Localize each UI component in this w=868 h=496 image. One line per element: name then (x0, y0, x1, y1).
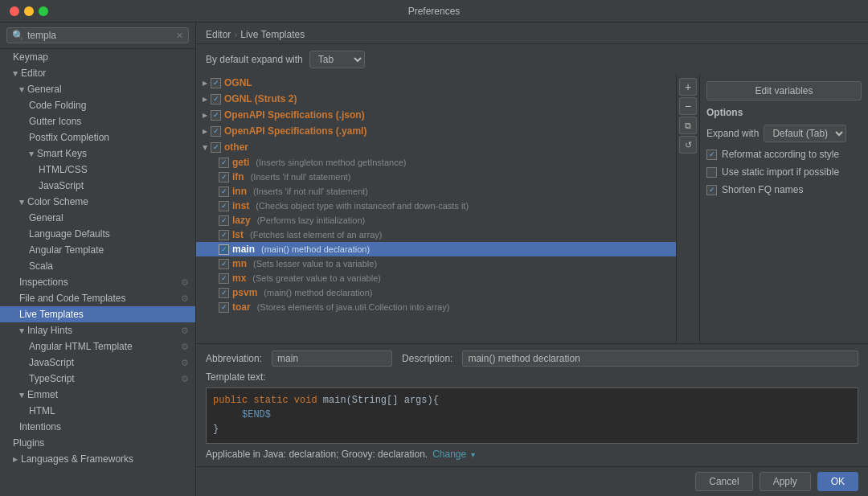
group-ognl[interactable]: ▶ ✓ OGNL (196, 75, 676, 91)
split-area: ▶ ✓ OGNL ▶ ✓ OGNL (Struts 2) (196, 75, 868, 466)
close-button[interactable] (10, 6, 19, 16)
titlebar: Preferences (0, 0, 868, 23)
sidebar-item-file-templates[interactable]: File and Code Templates ⚙ (0, 290, 195, 306)
mn-checkbox[interactable]: ✓ (219, 259, 229, 269)
mn-desc: (Sets lesser value to a variable) (253, 259, 377, 268)
group-ognl-struts[interactable]: ▶ ✓ OGNL (Struts 2) (196, 91, 676, 107)
sidebar-item-postfix-completion[interactable]: Postfix Completion (0, 129, 195, 146)
inn-checkbox[interactable]: ✓ (219, 187, 229, 197)
ifn-checkbox[interactable]: ✓ (219, 172, 229, 182)
sidebar-item-angular-template[interactable]: Angular Template (0, 242, 195, 258)
sidebar-item-language-defaults[interactable]: Language Defaults (0, 226, 195, 242)
main-checkbox[interactable]: ✓ (219, 244, 229, 255)
tpl-inn[interactable]: ✓ inn (Inserts 'if not null' statement) (196, 184, 676, 199)
restore-button[interactable]: ↺ (679, 136, 697, 154)
tpl-toar[interactable]: ✓ toar (Stores elements of java.util.Col… (196, 300, 676, 314)
sidebar-item-gutter-icons[interactable]: Gutter Icons (0, 113, 195, 129)
sidebar-item-emmet[interactable]: ▶ Emmet (0, 387, 195, 403)
clear-search-icon[interactable]: ✕ (176, 31, 183, 41)
sidebar-item-html-css[interactable]: HTML/CSS (0, 162, 195, 178)
sidebar-item-javascript-inlay[interactable]: JavaScript ⚙ (0, 355, 195, 371)
ognl-struts-checkbox[interactable]: ✓ (211, 94, 221, 105)
change-link[interactable]: Change (432, 449, 466, 460)
lazy-desc: (Performs lazy initialization) (257, 215, 365, 225)
reformat-checkbox[interactable]: ✓ (706, 150, 717, 160)
tpl-psvm[interactable]: ✓ psvm (main() method declaration) (196, 285, 676, 300)
other-checkbox[interactable]: ✓ (211, 142, 221, 153)
sidebar-item-scala[interactable]: Scala (0, 258, 195, 274)
group-other[interactable]: ▶ ✓ other (196, 139, 676, 155)
other-arrow-icon: ▶ (202, 145, 209, 150)
toar-abbr: toar (232, 301, 251, 313)
sidebar-item-general[interactable]: ▶ General (0, 81, 195, 97)
tpl-mx[interactable]: ✓ mx (Sets greater value to a variable) (196, 271, 676, 285)
sidebar-item-html[interactable]: HTML (0, 403, 195, 419)
maximize-button[interactable] (39, 6, 48, 16)
shorten-fq-checkbox[interactable]: ✓ (706, 185, 717, 195)
content-body: By default expand with Tab Enter Space (196, 44, 868, 466)
psvm-checkbox[interactable]: ✓ (219, 288, 229, 298)
apply-button[interactable]: Apply (760, 472, 811, 491)
general-arrow-icon: ▶ (18, 87, 26, 92)
sidebar-item-javascript-smart[interactable]: JavaScript (0, 178, 195, 194)
tpl-lazy[interactable]: ✓ lazy (Performs lazy initialization) (196, 213, 676, 228)
tpl-main[interactable]: ✓ main (main() method declaration) (196, 242, 676, 256)
editor-arrow-icon: ▶ (12, 71, 19, 76)
code-end-var: $END$ (242, 409, 271, 420)
toar-checkbox[interactable]: ✓ (219, 302, 229, 313)
emmet-label: Emmet (27, 389, 58, 400)
sidebar-item-general-color[interactable]: General (0, 210, 195, 226)
tpl-inst[interactable]: ✓ inst (Checks object type with instance… (196, 199, 676, 213)
shorten-fq-label: Shorten FQ names (722, 184, 803, 195)
sidebar-item-editor[interactable]: ▶ Editor (0, 65, 195, 81)
tpl-ifn[interactable]: ✓ ifn (Inserts 'if null' statement) (196, 170, 676, 184)
sidebar-item-typescript[interactable]: TypeScript ⚙ (0, 371, 195, 387)
sidebar-item-inlay-hints[interactable]: ▶ Inlay Hints ⚙ (0, 322, 195, 338)
add-button[interactable]: + (679, 78, 697, 96)
remove-button[interactable]: − (679, 97, 697, 115)
sidebar-item-color-scheme[interactable]: ▶ Color Scheme (0, 194, 195, 210)
tpl-lst[interactable]: ✓ lst (Fetches last element of an array) (196, 228, 676, 242)
main-desc: (main() method declaration) (261, 244, 370, 254)
sidebar-item-intentions[interactable]: Intentions (0, 419, 195, 435)
color-scheme-arrow-icon: ▶ (18, 199, 26, 204)
expand-with-option-select[interactable]: Default (Tab) Tab Enter Space (764, 125, 846, 142)
keymap-label: Keymap (13, 51, 48, 63)
ok-button[interactable]: OK (817, 472, 858, 491)
sidebar-item-live-templates[interactable]: Live Templates (0, 306, 195, 322)
inst-checkbox[interactable]: ✓ (219, 201, 229, 211)
tpl-mn[interactable]: ✓ mn (Sets lesser value to a variable) (196, 256, 676, 271)
cancel-button[interactable]: Cancel (695, 472, 752, 491)
sidebar-item-languages[interactable]: ▶ Languages & Frameworks (0, 451, 195, 467)
sidebar-item-inspections[interactable]: Inspections ⚙ (0, 274, 195, 290)
kw-public: public (213, 395, 248, 406)
group-openapi-yaml[interactable]: ▶ ✓ OpenAPI Specifications (.yaml) (196, 123, 676, 139)
search-wrap[interactable]: 🔍 ✕ (6, 27, 189, 43)
sidebar-item-plugins[interactable]: Plugins (0, 435, 195, 451)
minimize-button[interactable] (24, 6, 34, 16)
openapi-json-checkbox[interactable]: ✓ (211, 110, 221, 121)
expand-with-select[interactable]: Tab Enter Space (309, 51, 365, 68)
sidebar-item-keymap[interactable]: Keymap (0, 49, 195, 65)
code-editor[interactable]: public static void main(String[] args){ … (206, 387, 858, 444)
ognl-checkbox[interactable]: ✓ (211, 78, 221, 88)
inlay-hints-gear-icon: ⚙ (181, 326, 189, 336)
description-input[interactable] (462, 350, 858, 367)
abbreviation-input[interactable] (272, 350, 392, 367)
static-import-checkbox[interactable] (706, 167, 717, 178)
lst-checkbox[interactable]: ✓ (219, 230, 229, 240)
sidebar-item-angular-html[interactable]: Angular HTML Template ⚙ (0, 338, 195, 355)
lazy-checkbox[interactable]: ✓ (219, 215, 229, 226)
ognl-arrow-icon: ▶ (203, 80, 207, 87)
sidebar-item-smart-keys[interactable]: ▶ Smart Keys (0, 146, 195, 162)
group-openapi-json[interactable]: ▶ ✓ OpenAPI Specifications (.json) (196, 107, 676, 123)
geti-checkbox[interactable]: ✓ (219, 158, 229, 168)
mx-checkbox[interactable]: ✓ (219, 273, 229, 284)
openapi-yaml-checkbox[interactable]: ✓ (211, 126, 221, 137)
edit-variables-button[interactable]: Edit variables (706, 81, 862, 100)
copy-button[interactable]: ⧉ (679, 117, 697, 134)
sidebar-item-code-folding[interactable]: Code Folding (0, 97, 195, 113)
psvm-abbr: psvm (232, 287, 257, 298)
search-input[interactable] (27, 30, 176, 41)
tpl-geti[interactable]: ✓ geti (Inserts singleton method getInst… (196, 155, 676, 170)
